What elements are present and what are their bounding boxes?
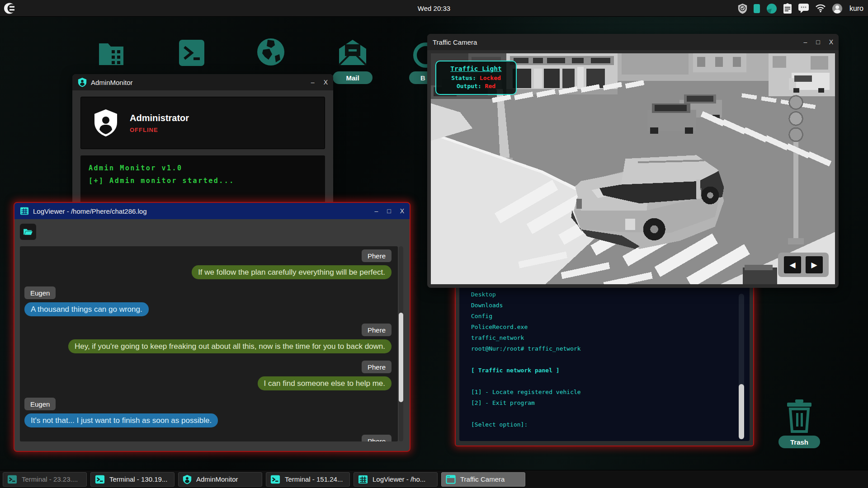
close-button[interactable]: X	[324, 79, 328, 85]
close-button[interactable]: X	[400, 208, 404, 214]
admin-profile-status: OFFLINE	[130, 127, 189, 133]
window-traffic-camera: Traffic Camera – □ X	[427, 34, 839, 288]
taskbar-item-log-viewer[interactable]: LogViewer - /ho...	[354, 472, 438, 487]
taskbar-item-terminal-3[interactable]: Terminal - 151.24...	[266, 472, 350, 487]
chat-scrollbar-thumb[interactable]	[399, 313, 403, 402]
chat-message: Phere I can find someone else to help me…	[24, 361, 392, 390]
chat-sender-tag: Phere	[362, 324, 392, 336]
next-camera-button[interactable]: ▶	[806, 256, 823, 273]
shield-check-icon[interactable]	[738, 3, 747, 14]
trash[interactable]: Trash	[778, 399, 820, 448]
admin-profile-card: Administrator OFFLINE	[80, 97, 325, 149]
taskbar-item-label: Terminal - 151.24...	[285, 475, 343, 483]
os-logo-icon[interactable]	[4, 2, 16, 14]
terminal-line: Downloads	[471, 300, 731, 311]
close-button[interactable]: X	[829, 39, 833, 45]
trash-label: Trash	[778, 436, 820, 448]
status-label: Status:	[451, 75, 476, 81]
terminal-scrollbar-thumb[interactable]	[739, 384, 744, 439]
maximize-button[interactable]: □	[387, 208, 391, 214]
chat-message: Eugen It's not that... I just want to fi…	[24, 398, 392, 427]
desktop-icon-terminal[interactable]	[177, 38, 206, 68]
table-icon	[20, 207, 29, 215]
chat-bubble: Hey, if you're going to keep freaking ou…	[68, 339, 392, 353]
terminal-menu-option: [2] - Exit program	[471, 398, 731, 408]
chat-bubble: A thousand things can go wrong.	[24, 302, 149, 316]
taskbar-item-terminal-2[interactable]: Terminal - 130.19...	[90, 472, 175, 487]
terminal-line	[471, 408, 731, 419]
chat-scrollbar[interactable]	[399, 246, 403, 441]
messages-icon[interactable]	[798, 3, 809, 14]
taskbar-item-label: LogViewer - /ho...	[373, 475, 425, 483]
chat-sender-tag: Phere	[362, 435, 392, 441]
terminal-menu-option: [1] - Locate registered vehicle	[471, 387, 731, 398]
taskbar-item-label: AdminMonitor	[196, 475, 238, 483]
shield-user-icon	[183, 474, 192, 484]
admin-profile-name: Administrator	[130, 113, 189, 123]
admin-monitor-titlebar[interactable]: AdminMonitor – X	[72, 74, 333, 90]
chat-sender-tag: Phere	[362, 361, 392, 373]
admin-terminal-line: [+] Admin monitor started...	[89, 174, 317, 187]
mail-icon	[336, 38, 369, 69]
chat-message: Eugen A thousand things can go wrong.	[24, 286, 392, 316]
shield-user-icon	[78, 77, 87, 87]
window-title: LogViewer - /home/Phere/chat286.log	[33, 207, 147, 215]
terminal-panel-header: [ Traffic network panel ]	[471, 365, 731, 376]
taskbar-item-label: Traffic Camera	[460, 475, 505, 483]
chat-message: Phere Hey, if you're going to keep freak…	[24, 324, 392, 353]
desktop-icon-files[interactable]	[97, 39, 126, 69]
taskbar-item-terminal-1[interactable]: Terminal - 23.23....	[3, 472, 87, 487]
avatar[interactable]	[832, 3, 843, 14]
chat-log-area[interactable]: Phere If we follow the plan carefully ev…	[20, 246, 398, 441]
clock: Wed 20:33	[418, 5, 450, 12]
traffic-light-title: Traffic Light	[439, 65, 513, 72]
taskbar-item-admin-monitor[interactable]: AdminMonitor	[178, 472, 262, 487]
log-viewer-titlebar[interactable]: LogViewer - /home/Phere/chat286.log – □ …	[14, 203, 410, 219]
taskbar-item-label: Terminal - 23.23....	[22, 475, 78, 483]
open-file-button[interactable]	[20, 224, 36, 240]
camera-feed: Traffic Light Status: Locked Output: Red…	[431, 53, 835, 284]
desktop: Mail B AdminMonitor – X	[0, 0, 868, 488]
taskbar-item-label: Terminal - 130.19...	[109, 475, 167, 483]
chat-sender-tag: Eugen	[24, 398, 56, 410]
top-bar: Wed 20:33	[0, 0, 868, 17]
folder-files-icon	[97, 39, 126, 69]
terminal-prompt-line: root@Nur:/root# traffic_network	[471, 343, 731, 354]
minimize-button[interactable]: –	[803, 39, 807, 45]
camera-window-icon	[446, 475, 456, 484]
username[interactable]: kuro	[849, 5, 863, 13]
globe-icon	[255, 36, 287, 68]
window-title: Traffic Camera	[433, 38, 477, 46]
prev-camera-button[interactable]: ◀	[784, 256, 801, 273]
minimize-button[interactable]: –	[374, 208, 378, 214]
trash-icon	[785, 399, 813, 433]
traffic-camera-titlebar[interactable]: Traffic Camera – □ X	[427, 34, 839, 50]
desktop-icon-mail[interactable]	[336, 38, 369, 69]
taskbar-item-traffic-camera[interactable]: Traffic Camera	[441, 472, 525, 487]
desktop-label-mail[interactable]: Mail	[333, 71, 373, 84]
minimize-button[interactable]: –	[311, 79, 315, 85]
chat-message: Phere If we follow the plan carefully ev…	[24, 249, 392, 279]
wifi-icon[interactable]	[815, 4, 826, 13]
battery-icon[interactable]	[753, 4, 760, 14]
chat-bubble: I can find someone else to help me.	[258, 376, 392, 390]
disk-usage-icon[interactable]	[766, 3, 777, 14]
terminal-icon	[95, 474, 105, 484]
desktop-icon-browser[interactable]	[255, 36, 287, 68]
output-value: Red	[485, 83, 495, 89]
admin-terminal-line: Admin Monitor v1.0	[89, 162, 317, 174]
window-title: AdminMonitor	[91, 79, 133, 86]
admin-shield-icon	[94, 109, 118, 137]
chat-bubble: If we follow the plan carefully everythi…	[192, 265, 392, 279]
taskbar: Terminal - 23.23.... Terminal - 130.19..…	[0, 470, 868, 488]
traffic-light-overlay: Traffic Light Status: Locked Output: Red	[435, 61, 517, 95]
clipboard-icon[interactable]	[783, 3, 792, 14]
terminal-icon	[270, 474, 280, 484]
maximize-button[interactable]: □	[816, 39, 820, 45]
terminal-line: Config	[471, 311, 731, 322]
terminal-scrollbar[interactable]	[739, 294, 744, 434]
table-icon	[358, 475, 368, 484]
window-log-viewer: LogViewer - /home/Phere/chat286.log – □ …	[14, 202, 410, 452]
terminal-line	[471, 354, 731, 365]
chat-sender-tag: Eugen	[24, 286, 56, 299]
